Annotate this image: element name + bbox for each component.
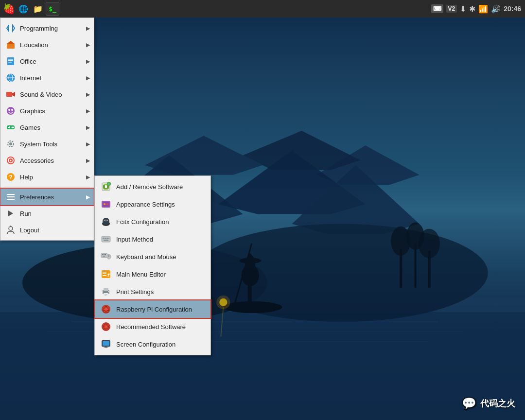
- terminal-icon[interactable]: $_: [46, 2, 59, 16]
- menu-item-office[interactable]: Office ▶: [0, 53, 94, 70]
- arrow-icon: ▶: [86, 91, 90, 98]
- menu-item-graphics[interactable]: Graphics ▶: [0, 103, 94, 119]
- accessories-icon: [5, 155, 16, 166]
- system-tools-label: System Tools: [20, 140, 57, 148]
- menu-item-system-tools[interactable]: System Tools ▶: [0, 136, 94, 152]
- menu-item-run[interactable]: Run: [0, 205, 94, 222]
- accessories-label: Accessories: [20, 157, 54, 164]
- svg-rect-85: [105, 254, 106, 255]
- submenu-main-menu-editor[interactable]: Main Menu Editor: [95, 265, 210, 283]
- graphics-label: Graphics: [20, 107, 45, 115]
- submenu-appearance-settings[interactable]: Appearance Settings: [95, 195, 210, 213]
- volume-icon[interactable]: 🔊: [491, 4, 501, 14]
- submenu-screen-configuration[interactable]: Screen Configuration: [95, 335, 210, 353]
- svg-point-61: [9, 227, 13, 230]
- appearance-settings-label: Appearance Settings: [116, 201, 175, 208]
- sound-video-label: Sound & Video: [20, 91, 62, 98]
- wifi-icon[interactable]: 📶: [478, 4, 488, 14]
- menu-item-accessories[interactable]: Accessories ▶: [0, 152, 94, 169]
- submenu-add-remove-software[interactable]: + Add / Remove Software: [95, 178, 210, 195]
- keyboard-layout-icon[interactable]: ⌨: [431, 4, 443, 13]
- svg-rect-59: [7, 199, 15, 200]
- help-label: Help: [20, 174, 33, 181]
- svg-point-43: [8, 109, 10, 111]
- svg-rect-123: [105, 347, 107, 348]
- svg-rect-83: [102, 254, 103, 255]
- submenu-print-settings[interactable]: Print Settings: [95, 283, 210, 300]
- fcitx-configuration-label: Fcitx Configuration: [116, 218, 169, 226]
- svg-rect-122: [103, 341, 109, 346]
- submenu-fcitx-configuration[interactable]: Fcitx Configuration: [95, 213, 210, 230]
- menu-item-games[interactable]: Games ▶: [0, 119, 94, 136]
- input-method-icon: [101, 234, 111, 245]
- svg-rect-90: [103, 272, 106, 273]
- svg-marker-30: [13, 25, 15, 31]
- menu-item-sound-video[interactable]: Sound & Video ▶: [0, 86, 94, 103]
- submenu-input-method[interactable]: Input Method: [95, 230, 210, 248]
- fcitx-configuration-icon: [101, 216, 111, 227]
- arrow-icon: ▶: [86, 75, 90, 81]
- menu-item-education[interactable]: Education ▶: [0, 36, 94, 53]
- submenu-raspberry-pi-config[interactable]: Raspberry Pi Configuration: [95, 300, 210, 318]
- svg-point-117: [105, 325, 107, 328]
- download-icon[interactable]: ⬇: [460, 4, 466, 14]
- taskbar-left: 🍓 🌐 📁 $_: [0, 2, 59, 16]
- submenu-keyboard-and-mouse[interactable]: Keyboard and Mouse: [95, 248, 210, 265]
- menu-item-logout[interactable]: Logout: [0, 222, 94, 238]
- arrow-icon: ▶: [86, 141, 90, 147]
- games-icon: [5, 122, 16, 133]
- svg-point-13: [223, 301, 282, 313]
- programming-label: Programming: [20, 25, 58, 32]
- print-settings-label: Print Settings: [116, 288, 154, 296]
- svg-text:+: +: [108, 182, 110, 186]
- logout-icon: [5, 225, 16, 235]
- ibus-icon[interactable]: V2: [446, 5, 457, 13]
- clock: 20:46: [504, 5, 521, 13]
- main-menu-editor-label: Main Menu Editor: [116, 271, 166, 278]
- svg-point-108: [105, 307, 106, 308]
- arrow-icon: ▶: [86, 25, 90, 32]
- recommended-software-icon: [101, 321, 111, 332]
- arrow-icon: ▶: [86, 42, 90, 48]
- svg-rect-34: [8, 59, 13, 60]
- arrow-icon: ▶: [86, 58, 90, 65]
- svg-rect-82: [101, 253, 107, 258]
- arrow-icon: ▶: [86, 108, 90, 114]
- svg-rect-92: [103, 275, 106, 276]
- menu-item-programming[interactable]: Programming ▶: [0, 20, 94, 36]
- svg-rect-79: [106, 238, 108, 239]
- browser-icon[interactable]: 🌐: [17, 2, 30, 16]
- svg-rect-1: [0, 312, 525, 420]
- run-label: Run: [20, 210, 32, 217]
- svg-point-111: [104, 311, 105, 312]
- svg-point-72: [106, 203, 108, 205]
- svg-rect-77: [103, 238, 104, 239]
- svg-rect-80: [108, 238, 109, 239]
- raspberry-menu-icon[interactable]: 🍓: [2, 2, 16, 16]
- education-icon: [5, 39, 16, 50]
- sound-video-icon: [5, 89, 16, 100]
- office-label: Office: [20, 58, 36, 65]
- svg-point-49: [13, 127, 14, 128]
- menu-item-internet[interactable]: Internet ▶: [0, 70, 94, 86]
- svg-point-27: [216, 296, 230, 309]
- submenu-recommended-software[interactable]: Recommended Software: [95, 318, 210, 335]
- svg-rect-57: [7, 194, 15, 195]
- svg-rect-81: [104, 240, 108, 241]
- watermark-icon: 💬: [462, 397, 476, 410]
- raspberry-pi-config-icon: [101, 304, 111, 315]
- svg-rect-33: [7, 57, 14, 65]
- internet-label: Internet: [20, 74, 41, 82]
- folder-icon[interactable]: 📁: [31, 2, 45, 16]
- bluetooth-icon[interactable]: ✱: [469, 4, 475, 14]
- main-menu-editor-icon: [101, 269, 111, 280]
- preferences-icon: [5, 192, 16, 202]
- main-menu: Programming ▶ Education ▶ Office ▶ Inter…: [0, 18, 94, 241]
- taskbar-right: ⌨ V2 ⬇ ✱ 📶 🔊 20:46: [431, 0, 525, 18]
- internet-icon: [5, 72, 16, 83]
- menu-item-help[interactable]: ? Help ▶: [0, 169, 94, 185]
- preferences-submenu: + Add / Remove Software Appearance Setti…: [94, 175, 211, 355]
- office-icon: [5, 56, 16, 67]
- education-label: Education: [20, 41, 48, 49]
- menu-item-preferences[interactable]: Preferences ▶: [0, 189, 94, 205]
